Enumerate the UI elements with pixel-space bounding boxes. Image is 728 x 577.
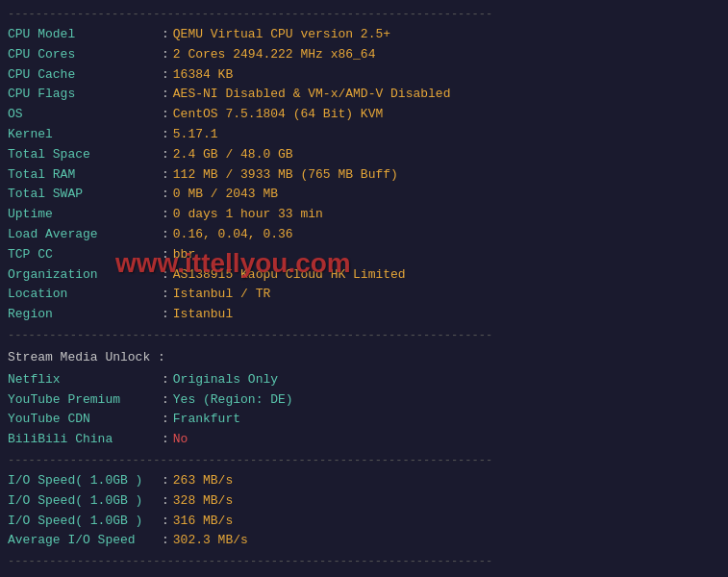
region-label: Region xyxy=(8,305,162,325)
table-row: TCP CC : bbr xyxy=(8,245,720,265)
load-average-label: Load Average xyxy=(8,225,162,245)
table-row: CPU Cache : 16384 KB xyxy=(8,65,720,86)
io-speed-2-value: 328 MB/s xyxy=(173,491,233,512)
cpu-cache-value: 16384 KB xyxy=(173,65,233,86)
uptime-label: Uptime xyxy=(8,205,162,225)
tcp-cc-value: bbr xyxy=(173,245,195,265)
top-divider: ----------------------------------------… xyxy=(8,8,720,21)
stream-title: Stream Media Unlock : xyxy=(8,346,720,370)
divider-2: ----------------------------------------… xyxy=(8,454,720,467)
location-label: Location xyxy=(8,285,162,305)
io-speed-3-value: 316 MB/s xyxy=(173,512,233,532)
table-row: Kernel : 5.17.1 xyxy=(8,125,720,145)
table-row: CPU Flags : AES-NI Disabled & VM-x/AMD-V… xyxy=(8,85,720,105)
table-row: Load Average : 0.16, 0.04, 0.36 xyxy=(8,225,720,245)
kernel-label: Kernel xyxy=(8,125,162,145)
table-row: YouTube CDN : Frankfurt xyxy=(8,410,720,430)
table-row: CPU Cores : 2 Cores 2494.222 MHz x86_64 xyxy=(8,45,720,65)
table-row: Total SWAP : 0 MB / 2043 MB xyxy=(8,185,720,205)
avg-io-label: Average I/O Speed xyxy=(8,531,162,551)
io-speed-2-label: I/O Speed( 1.0GB ) xyxy=(8,491,162,512)
table-row: CPU Model : QEMU Virtual CPU version 2.5… xyxy=(8,25,720,45)
uptime-value: 0 days 1 hour 33 min xyxy=(173,205,323,225)
geekbench-section: Geekbench v5 CPU Benchmark: Single Core … xyxy=(8,572,720,577)
table-row: I/O Speed( 1.0GB ) : 328 MB/s xyxy=(8,491,720,512)
total-space-label: Total Space xyxy=(8,145,162,165)
total-space-value: 2.4 GB / 48.0 GB xyxy=(173,145,293,165)
table-row: I/O Speed( 1.0GB ) : 263 MB/s xyxy=(8,471,720,491)
divider-3: ----------------------------------------… xyxy=(8,555,720,568)
table-row: Average I/O Speed : 302.3 MB/s xyxy=(8,531,720,551)
region-value: Istanbul xyxy=(173,305,233,325)
cpu-model-label: CPU Model xyxy=(8,25,162,45)
stream-media-section: Stream Media Unlock : Netflix : Original… xyxy=(8,346,720,450)
cpu-cores-value: 2 Cores 2494.222 MHz x86_64 xyxy=(173,45,376,65)
io-speed-section: I/O Speed( 1.0GB ) : 263 MB/s I/O Speed(… xyxy=(8,471,720,551)
table-row: YouTube Premium : Yes (Region: DE) xyxy=(8,390,720,411)
table-row: BiliBili China : No xyxy=(8,430,720,450)
geekbench-title-row: Geekbench v5 CPU Benchmark: xyxy=(8,572,720,577)
youtube-cdn-value: Frankfurt xyxy=(173,410,240,430)
table-row: Uptime : 0 days 1 hour 33 min xyxy=(8,205,720,225)
table-row: Total Space : 2.4 GB / 48.0 GB xyxy=(8,145,720,165)
organization-label: Organization xyxy=(8,265,162,286)
table-row: Total RAM : 112 MB / 3933 MB (765 MB Buf… xyxy=(8,165,720,186)
os-value: CentOS 7.5.1804 (64 Bit) KVM xyxy=(173,105,383,125)
avg-io-value: 302.3 MB/s xyxy=(173,531,248,551)
organization-value: AS138915 Kaopu Cloud HK Limited xyxy=(173,265,406,286)
total-swap-label: Total SWAP xyxy=(8,185,162,205)
netflix-value: Originals Only xyxy=(173,370,278,390)
cpu-cache-label: CPU Cache xyxy=(8,65,162,86)
io-speed-3-label: I/O Speed( 1.0GB ) xyxy=(8,512,162,532)
load-average-value: 0.16, 0.04, 0.36 xyxy=(173,225,293,245)
netflix-label: Netflix xyxy=(8,370,162,390)
io-speed-1-value: 263 MB/s xyxy=(173,471,233,491)
cpu-flags-label: CPU Flags xyxy=(8,85,162,105)
location-value: Istanbul / TR xyxy=(173,285,270,305)
kernel-value: 5.17.1 xyxy=(173,125,218,145)
io-speed-1-label: I/O Speed( 1.0GB ) xyxy=(8,471,162,491)
divider-1: ----------------------------------------… xyxy=(8,329,720,342)
youtube-premium-label: YouTube Premium xyxy=(8,390,162,411)
youtube-premium-value: Yes (Region: DE) xyxy=(173,390,293,411)
cpu-cores-label: CPU Cores xyxy=(8,45,162,65)
cpu-model-value: QEMU Virtual CPU version 2.5+ xyxy=(173,25,390,45)
main-container: ----------------------------------------… xyxy=(8,8,720,577)
table-row: OS : CentOS 7.5.1804 (64 Bit) KVM xyxy=(8,105,720,125)
table-row: Region : Istanbul xyxy=(8,305,720,325)
cpu-flags-value: AES-NI Disabled & VM-x/AMD-V Disabled xyxy=(173,85,451,105)
bilibili-label: BiliBili China xyxy=(8,430,162,450)
total-swap-value: 0 MB / 2043 MB xyxy=(173,185,278,205)
table-row: Organization : AS138915 Kaopu Cloud HK L… xyxy=(8,265,720,286)
system-info-section: CPU Model : QEMU Virtual CPU version 2.5… xyxy=(8,25,720,325)
table-row: I/O Speed( 1.0GB ) : 316 MB/s xyxy=(8,512,720,532)
table-row: Netflix : Originals Only xyxy=(8,370,720,390)
os-label: OS xyxy=(8,105,162,125)
table-row: Location : Istanbul / TR xyxy=(8,285,720,305)
bilibili-value: No xyxy=(173,430,188,450)
total-ram-label: Total RAM xyxy=(8,165,162,186)
tcp-cc-label: TCP CC xyxy=(8,245,162,265)
total-ram-value: 112 MB / 3933 MB (765 MB Buff) xyxy=(173,165,398,186)
youtube-cdn-label: YouTube CDN xyxy=(8,410,162,430)
